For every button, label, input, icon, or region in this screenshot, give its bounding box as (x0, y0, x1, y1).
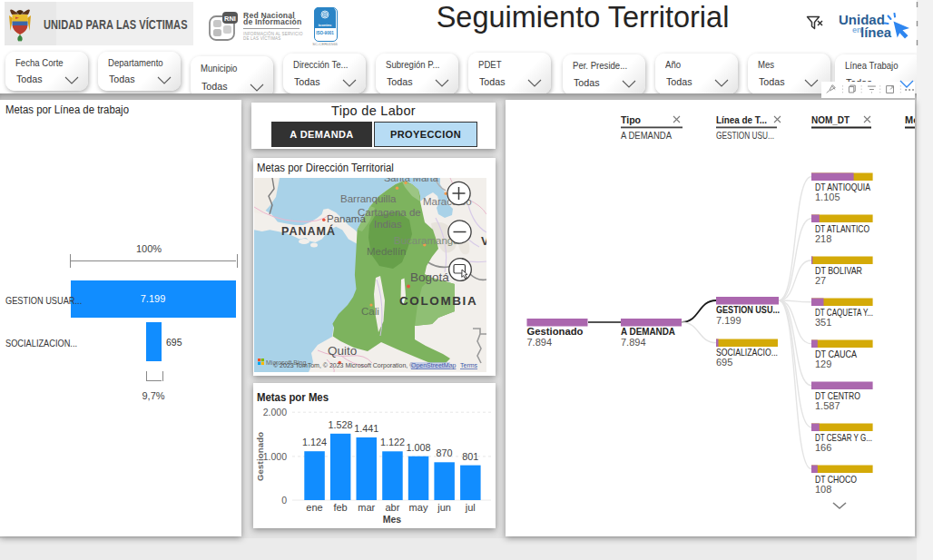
svg-text:801: 801 (462, 451, 478, 462)
svg-text:Terms: Terms (460, 362, 478, 368)
svg-text:Línea de T...: Línea de T... (716, 114, 767, 125)
svg-text:1.441: 1.441 (354, 423, 378, 434)
svg-text:Medellín: Medellín (367, 246, 406, 257)
svg-text:Quito: Quito (328, 344, 357, 358)
svg-text:1.587: 1.587 (815, 400, 840, 411)
svg-text:7.894: 7.894 (527, 337, 553, 348)
svg-text:SOCIALIZACIO...: SOCIALIZACIO... (716, 347, 778, 358)
svg-text:A DEMANDA: A DEMANDA (621, 130, 672, 141)
svg-text:Panamá: Panamá (327, 213, 366, 224)
svg-text:7.894: 7.894 (621, 337, 646, 348)
svg-text:abr: abr (385, 502, 399, 513)
svg-text:Indias: Indias (374, 219, 402, 230)
svg-text:1.105: 1.105 (815, 192, 840, 202)
svg-text:may: may (409, 502, 428, 513)
svg-text:Me...: Me... (905, 114, 915, 125)
svg-text:870: 870 (437, 447, 453, 458)
svg-text:mar: mar (358, 502, 375, 513)
svg-text:Gestionado: Gestionado (255, 432, 265, 481)
svg-text:jul: jul (465, 502, 476, 513)
svg-text:27: 27 (815, 275, 826, 286)
svg-text:A DEMANDA: A DEMANDA (621, 326, 675, 337)
svg-text:PANAMÁ: PANAMÁ (281, 224, 336, 238)
svg-text:Cali: Cali (361, 306, 379, 317)
svg-text:OpenStreetMap: OpenStreetMap (411, 362, 457, 369)
svg-text:NOM_DT: NOM_DT (811, 114, 850, 125)
svg-text:2.000: 2.000 (263, 407, 287, 418)
svg-text:© 2023 TomTom, © 2023 Microsof: © 2023 TomTom, © 2023 Microsoft Corporat… (273, 362, 415, 369)
svg-text:V: V (481, 234, 486, 248)
svg-text:Barranquilla: Barranquilla (340, 193, 397, 204)
svg-text:Santa Marta: Santa Marta (384, 178, 439, 183)
svg-text:1.124: 1.124 (302, 437, 327, 447)
svg-text:ene: ene (306, 502, 322, 513)
svg-text:1.008: 1.008 (406, 442, 430, 453)
svg-text:0: 0 (281, 495, 287, 506)
svg-text:GESTION USU...: GESTION USU... (716, 304, 780, 315)
svg-text:108: 108 (815, 484, 831, 495)
svg-text:1.528: 1.528 (329, 419, 353, 430)
svg-text:jun: jun (437, 502, 451, 513)
svg-text:Mes: Mes (383, 514, 402, 525)
svg-text:7.199: 7.199 (716, 315, 741, 326)
svg-text:Cartagena de: Cartagena de (358, 207, 421, 218)
svg-text:COLOMBIA: COLOMBIA (399, 294, 477, 308)
svg-text:351: 351 (815, 317, 831, 328)
svg-text:129: 129 (815, 359, 831, 369)
svg-text:1.122: 1.122 (380, 437, 405, 447)
svg-text:feb: feb (333, 502, 347, 513)
svg-text:GESTION USU...: GESTION USU... (716, 130, 774, 141)
svg-text:Gestionado: Gestionado (527, 326, 584, 337)
svg-text:218: 218 (815, 233, 831, 244)
svg-text:695: 695 (716, 357, 732, 368)
svg-text:166: 166 (815, 442, 831, 453)
svg-text:1.000: 1.000 (263, 451, 287, 462)
svg-text:Tipo: Tipo (621, 114, 641, 125)
